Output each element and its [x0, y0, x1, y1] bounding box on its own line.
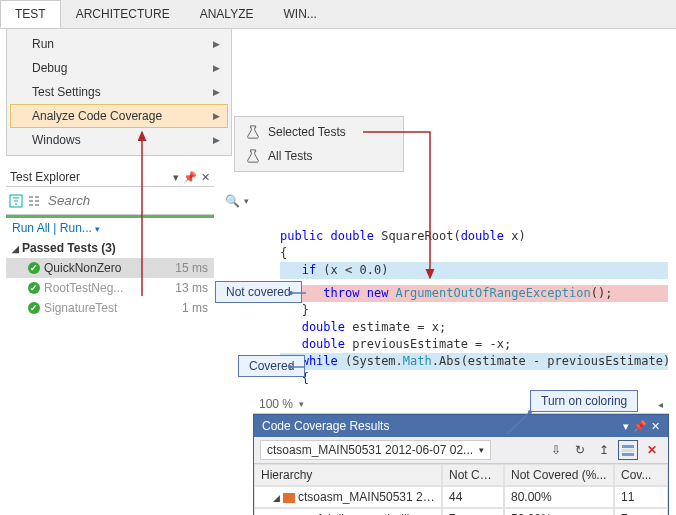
menu-windows[interactable]: WIN... — [268, 0, 331, 28]
test-menu-dropdown: Run▶ Debug▶ Test Settings▶ Analyze Code … — [6, 28, 232, 156]
menu-analyze[interactable]: ANALYZE — [185, 0, 269, 28]
panel-title: Code Coverage Results — [262, 419, 389, 433]
dropdown-icon[interactable]: ▾ — [173, 171, 179, 184]
test-row[interactable]: ✓RootTestNeg...13 ms — [6, 278, 214, 298]
dropdown-icon[interactable]: ▾ — [623, 420, 629, 433]
pass-icon: ✓ — [28, 262, 40, 274]
refresh-icon[interactable]: ↻ — [570, 440, 590, 460]
coverage-cell: 50.00% — [504, 508, 614, 515]
flask-icon — [246, 149, 260, 163]
menu-analyze-code-coverage[interactable]: Analyze Code Coverage▶ — [10, 104, 228, 128]
chevron-down-icon[interactable]: ▾ — [299, 399, 304, 409]
menu-windows-sub[interactable]: Windows▶ — [10, 128, 228, 152]
pin-icon[interactable]: 📌 — [183, 171, 197, 184]
coverage-cell: 11 — [614, 486, 668, 508]
submenu-selected-tests[interactable]: Selected Tests — [238, 120, 400, 144]
chevron-right-icon: ▶ — [213, 135, 220, 145]
flask-icon — [246, 125, 260, 139]
menu-run[interactable]: Run▶ — [10, 32, 228, 56]
pass-icon: ✓ — [28, 302, 40, 314]
menu-architecture[interactable]: ARCHITECTURE — [61, 0, 185, 28]
test-row[interactable]: ✓SignatureTest1 ms — [6, 298, 214, 318]
pin-icon[interactable]: 📌 — [633, 420, 647, 433]
coverage-row-hierarchy[interactable]: ◢ctsoasm_MAIN50531 201... — [254, 486, 442, 508]
callout-covered: Covered — [238, 355, 305, 377]
coverage-cell: 44 — [442, 486, 504, 508]
code-editor[interactable]: public double SquareRoot(double x) { if … — [280, 228, 668, 387]
import-icon[interactable]: ⇩ — [546, 440, 566, 460]
menu-debug[interactable]: Debug▶ — [10, 56, 228, 80]
passed-tests-group[interactable]: ◢Passed Tests (3) — [6, 238, 214, 258]
run-all-link[interactable]: Run All — [12, 221, 50, 235]
coverage-cell: 80.00% — [504, 486, 614, 508]
svg-rect-3 — [622, 453, 634, 456]
search-input[interactable] — [45, 190, 221, 211]
submenu-all-tests[interactable]: All Tests — [238, 144, 400, 168]
menu-test[interactable]: TEST — [0, 0, 61, 28]
svg-rect-2 — [622, 449, 634, 452]
pass-icon: ✓ — [28, 282, 40, 294]
close-icon[interactable]: ✕ — [651, 420, 660, 433]
toggle-coloring-button[interactable] — [618, 440, 638, 460]
group-icon[interactable] — [27, 191, 41, 211]
chevron-right-icon: ▶ — [213, 111, 220, 121]
chevron-right-icon: ▶ — [213, 63, 220, 73]
zoom-value[interactable]: 100 % — [259, 397, 293, 411]
run-link[interactable]: Run... — [60, 221, 92, 235]
svg-rect-1 — [622, 445, 634, 448]
test-explorer-panel: Test Explorer ▾ 📌 ✕ 🔍 ▾ Run All | Run...… — [6, 168, 214, 318]
col-not-covered[interactable]: Not Cov... — [442, 464, 504, 486]
code-coverage-submenu: Selected Tests All Tests — [234, 116, 404, 172]
covered-line: while (System.Math.Abs(estimate - previo… — [280, 353, 668, 370]
col-hierarchy[interactable]: Hierarchy — [254, 464, 442, 486]
close-icon[interactable]: ✕ — [201, 171, 210, 184]
chevron-right-icon: ▶ — [213, 39, 220, 49]
test-row[interactable]: ✓QuickNonZero15 ms — [6, 258, 214, 278]
filter-icon[interactable] — [9, 191, 23, 211]
search-icon[interactable]: 🔍 — [225, 191, 240, 211]
coverage-cell: 7 — [442, 508, 504, 515]
chevron-left-icon[interactable]: ◂ — [658, 399, 663, 410]
col-covered[interactable]: Cov... — [614, 464, 668, 486]
code-coverage-panel: Code Coverage Results ▾ 📌 ✕ ctsoasm_MAIN… — [253, 414, 669, 515]
zoom-bar: 100 % ▾ ◂ — [253, 395, 669, 414]
dropdown-icon[interactable]: ▾ — [244, 191, 249, 211]
coverage-run-dropdown[interactable]: ctsoasm_MAIN50531 2012-06-07 02...▾ — [260, 440, 491, 460]
export-icon[interactable]: ↥ — [594, 440, 614, 460]
chevron-right-icon: ▶ — [213, 87, 220, 97]
not-covered-line: throw new ArgumentOutOfRangeException(); — [280, 285, 668, 302]
test-explorer-title: Test Explorer — [10, 170, 80, 184]
coverage-grid: Hierarchy Not Cov... Not Covered (%... C… — [254, 464, 668, 486]
menubar: TEST ARCHITECTURE ANALYZE WIN... — [0, 0, 676, 29]
delete-icon[interactable]: ✕ — [642, 440, 662, 460]
coverage-row-hierarchy[interactable]: ◢fabrikam.math.dll — [254, 508, 442, 515]
coverage-cell: 7 — [614, 508, 668, 515]
menu-test-settings[interactable]: Test Settings▶ — [10, 80, 228, 104]
callout-not-covered: Not covered — [215, 281, 302, 303]
col-not-covered-pct[interactable]: Not Covered (%... — [504, 464, 614, 486]
